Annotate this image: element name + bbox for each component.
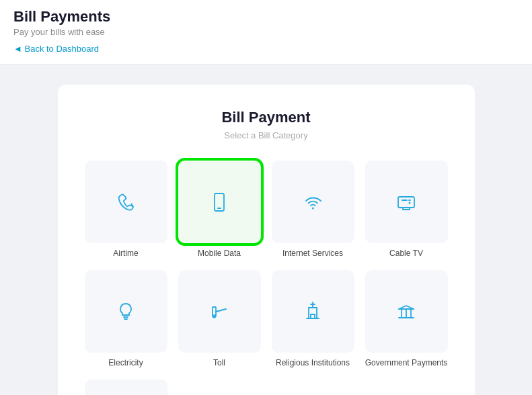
category-item-bill-history[interactable]: Bill payment history bbox=[365, 379, 448, 395]
category-box-airtime bbox=[85, 161, 167, 243]
category-label-mobile-data: Mobile Data bbox=[198, 249, 241, 259]
svg-rect-3 bbox=[398, 197, 414, 208]
category-box-bill-history bbox=[365, 379, 448, 395]
top-bar: Bill Payments Pay your bills with ease ◄… bbox=[0, 0, 532, 64]
svg-point-4 bbox=[409, 202, 411, 204]
category-box-internet-services bbox=[272, 161, 354, 243]
category-box-others bbox=[85, 380, 167, 395]
svg-point-2 bbox=[312, 207, 314, 209]
category-item-internet-services[interactable]: Internet Services bbox=[272, 161, 354, 259]
category-box-government bbox=[365, 270, 448, 353]
category-box-electricity bbox=[85, 270, 167, 353]
category-item-government[interactable]: Government Payments bbox=[365, 270, 448, 369]
category-item-toll[interactable]: Toll bbox=[178, 270, 261, 369]
category-item-mobile-data[interactable]: Mobile Data bbox=[178, 161, 261, 259]
category-item-religious[interactable]: Religious Institutions bbox=[272, 270, 354, 369]
svg-line-8 bbox=[216, 309, 226, 312]
category-item-others[interactable]: Others bbox=[85, 379, 167, 395]
bill-payment-card: Bill Payment Select a Bill Category Airt… bbox=[58, 85, 475, 395]
card-subtitle: Select a Bill Category bbox=[85, 130, 448, 140]
category-box-mobile-data bbox=[178, 161, 261, 243]
category-label-airtime: Airtime bbox=[113, 249, 138, 259]
category-label-cable-tv: Cable TV bbox=[389, 249, 423, 259]
category-box-toll bbox=[178, 270, 261, 353]
main-content: Bill Payment Select a Bill Category Airt… bbox=[0, 64, 532, 395]
category-label-religious: Religious Institutions bbox=[276, 358, 350, 369]
card-title: Bill Payment bbox=[85, 109, 448, 126]
back-link[interactable]: ◄ Back to Dashboard bbox=[13, 44, 99, 54]
category-label-government: Government Payments bbox=[365, 358, 448, 369]
category-item-airtime[interactable]: Airtime bbox=[85, 161, 167, 259]
category-label-internet-services: Internet Services bbox=[282, 249, 343, 259]
category-item-cable-tv[interactable]: Cable TV bbox=[365, 161, 448, 259]
category-box-religious bbox=[272, 270, 354, 353]
categories-grid: Airtime Mobile Data Internet Services Ca… bbox=[85, 161, 448, 395]
category-box-cable-tv bbox=[365, 161, 448, 243]
page-subtitle: Pay your bills with ease bbox=[13, 27, 519, 37]
category-label-toll: Toll bbox=[213, 358, 225, 369]
category-item-electricity[interactable]: Electricity bbox=[85, 270, 167, 369]
page-title: Bill Payments bbox=[13, 8, 519, 26]
category-label-electricity: Electricity bbox=[108, 358, 143, 369]
